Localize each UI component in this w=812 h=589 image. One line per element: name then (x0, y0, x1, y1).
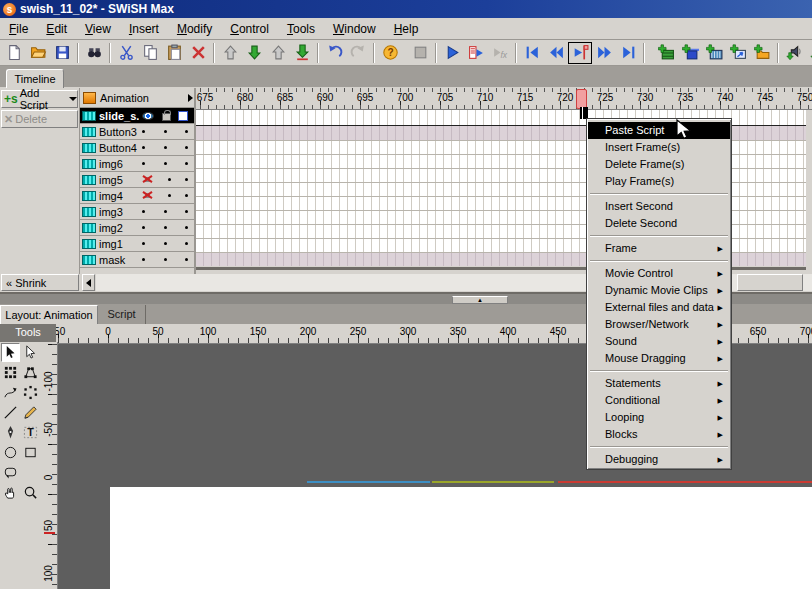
play-timeline-button[interactable] (464, 42, 488, 64)
object-outline-olive[interactable] (432, 481, 554, 483)
play-movie-button[interactable] (440, 42, 464, 64)
help-button[interactable]: ? (378, 42, 402, 64)
lock-dot[interactable] (164, 242, 167, 245)
perspective-tool[interactable] (21, 363, 40, 382)
select-dot[interactable] (185, 146, 188, 149)
insert-sprite-button[interactable] (678, 42, 702, 64)
line-tool[interactable] (1, 403, 20, 422)
menu-item-movie-control[interactable]: Movie Control (588, 265, 730, 282)
open-button[interactable] (26, 42, 50, 64)
motion-path-tool[interactable] (1, 383, 20, 402)
menu-item-paste-script[interactable]: Paste Script (588, 122, 730, 139)
new-document-button[interactable] (2, 42, 26, 64)
subselect-tool[interactable] (21, 343, 40, 362)
lock-dot[interactable] (164, 130, 167, 133)
select-dot[interactable] (185, 130, 188, 133)
delete-script-button[interactable]: ✕ Delete (1, 110, 78, 128)
panel-toggle-button[interactable] (408, 42, 432, 64)
select-dot[interactable] (185, 194, 188, 197)
menu-item-debugging[interactable]: Debugging (588, 451, 730, 468)
import-sound-button[interactable] (782, 42, 806, 64)
select-dot[interactable] (185, 226, 188, 229)
menu-item[interactable]: Window (324, 20, 385, 38)
visibility-dot[interactable] (142, 258, 145, 261)
scale-tool[interactable] (1, 363, 20, 382)
layer-row-img4[interactable]: img4 (80, 188, 194, 204)
splitter-handle[interactable]: ▲ (452, 296, 508, 304)
select-dot[interactable] (185, 242, 188, 245)
layer-row-button3[interactable]: Button3 (80, 124, 194, 140)
import-animation-button[interactable] (806, 42, 812, 64)
select-dot[interactable] (185, 210, 188, 213)
rotate-skew-tool[interactable] (21, 383, 40, 402)
layer-row-button4[interactable]: Button4 (80, 140, 194, 156)
select-tool[interactable] (1, 343, 20, 362)
menu-item-browser-network[interactable]: Browser/Network (588, 316, 730, 333)
bring-forward-button[interactable] (266, 42, 290, 64)
menu-item[interactable]: Help (385, 20, 428, 38)
lock-dot[interactable] (164, 210, 167, 213)
scene-header-row[interactable]: Animation (80, 88, 194, 108)
layer-row-img2[interactable]: img2 (80, 220, 194, 236)
menu-item-insert-second[interactable]: Insert Second (588, 198, 730, 215)
menu-item[interactable]: File (0, 20, 37, 38)
pen-tool[interactable] (1, 423, 20, 442)
layer-row-img6[interactable]: img6 (80, 156, 194, 172)
step-forward-button[interactable] (592, 42, 616, 64)
layer-row-img3[interactable]: img3 (80, 204, 194, 220)
select-dot[interactable] (185, 162, 188, 165)
menu-item[interactable]: Control (221, 20, 278, 38)
hidden-eye-icon[interactable] (142, 175, 153, 184)
menu-item[interactable]: Edit (37, 20, 76, 38)
insert-content-button[interactable] (750, 42, 774, 64)
hidden-eye-icon[interactable] (142, 191, 153, 200)
cut-button[interactable] (114, 42, 138, 64)
lock-icon[interactable] (162, 113, 171, 121)
zoom-tool[interactable] (21, 483, 40, 502)
tab-timeline[interactable]: Timeline (6, 69, 64, 88)
move-up-button[interactable] (218, 42, 242, 64)
add-script-button[interactable]: +s Add Script (1, 90, 78, 108)
layer-row-img1[interactable]: img1 (80, 236, 194, 252)
find-button[interactable] (82, 42, 106, 64)
menu-item-delete-second[interactable]: Delete Second (588, 215, 730, 232)
select-box-icon[interactable] (178, 111, 188, 121)
play-effect-button[interactable]: fx (488, 42, 512, 64)
menu-item-frame[interactable]: Frame (588, 240, 730, 257)
lock-dot[interactable] (168, 194, 171, 197)
rectangle-tool[interactable] (21, 443, 40, 462)
visibility-dot[interactable] (142, 162, 145, 165)
lock-dot[interactable] (164, 162, 167, 165)
select-dot[interactable] (185, 258, 188, 261)
tab-script[interactable]: Script (98, 305, 146, 324)
paste-button[interactable] (162, 42, 186, 64)
menu-item-looping[interactable]: Looping (588, 409, 730, 426)
menu-item-play-frames[interactable]: Play Frame(s) (588, 173, 730, 190)
lock-dot[interactable] (164, 146, 167, 149)
tab-layout-animation[interactable]: Layout: Animation (0, 305, 98, 324)
object-outline-red[interactable] (558, 481, 812, 483)
insert-instance-button[interactable] (726, 42, 750, 64)
save-button[interactable] (50, 42, 74, 64)
redo-button[interactable] (346, 42, 370, 64)
visibility-dot[interactable] (142, 130, 145, 133)
menu-item-blocks[interactable]: Blocks (588, 426, 730, 443)
send-backward-button[interactable] (290, 42, 314, 64)
insert-movieclip-button[interactable] (702, 42, 726, 64)
undo-button[interactable] (322, 42, 346, 64)
eye-icon[interactable] (142, 112, 154, 120)
scroll-left-button[interactable] (82, 274, 95, 291)
expand-right-icon[interactable] (188, 94, 193, 102)
goto-first-frame-button[interactable] (520, 42, 544, 64)
menu-item[interactable]: View (76, 20, 120, 38)
move-down-button[interactable] (242, 42, 266, 64)
insert-scene-button[interactable] (654, 42, 678, 64)
pencil-tool[interactable] (21, 403, 40, 422)
autoshape-tool[interactable] (1, 463, 20, 482)
visibility-dot[interactable] (142, 146, 145, 149)
timeline-scrollbar-thumb[interactable] (737, 274, 803, 291)
layer-row-mask[interactable]: mask (80, 252, 194, 268)
menu-item-insert-frames[interactable]: Insert Frame(s) (588, 139, 730, 156)
stage[interactable] (110, 487, 812, 589)
copy-button[interactable] (138, 42, 162, 64)
